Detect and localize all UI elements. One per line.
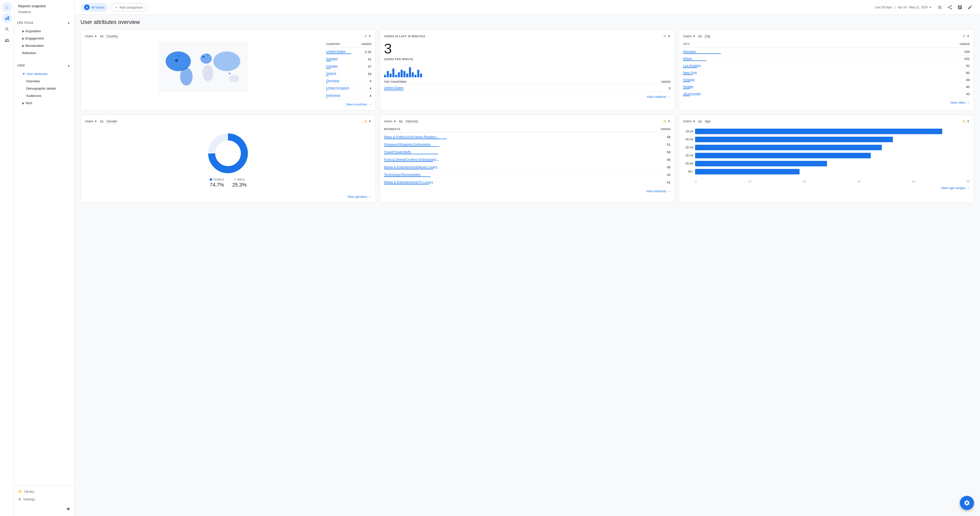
all-users-button[interactable]: A All Users — [81, 3, 108, 11]
view-interests-link[interactable]: View interests → — [384, 189, 671, 193]
age-users-dropdown[interactable]: ▼ — [693, 120, 695, 123]
world-map-svg — [85, 41, 322, 92]
city-card-dropdown[interactable]: ▼ — [967, 35, 970, 38]
list-item: Shoppers/Shopping Enthusiasts 51 — [384, 141, 671, 148]
user-attributes-caret: ▼ — [22, 72, 25, 76]
view-cities-link[interactable]: View cities → — [683, 101, 970, 105]
analytics-icon-btn[interactable] — [2, 13, 12, 23]
sidebar-item-overview[interactable]: Overview — [14, 78, 74, 85]
city-check-icon: ✓ — [963, 34, 966, 38]
sidebar-collapse-btn[interactable]: ◀ — [14, 503, 74, 514]
view-genders-link[interactable]: View genders → — [85, 195, 371, 199]
tech-chevron: ▶ — [22, 102, 24, 105]
interests-users-dropdown[interactable]: ▼ — [394, 120, 396, 123]
interests-card: Users ▼ by Interests ⚠ ▼ INTERESTS USERS — [380, 115, 675, 203]
sidebar-item-tech[interactable]: ▶ Tech — [14, 99, 74, 107]
table-row: Jacksonville 43 — [683, 91, 970, 98]
sidebar-item-monetization[interactable]: ▶ Monetization — [14, 42, 74, 49]
sidebar-item-retention[interactable]: Retention — [14, 49, 74, 57]
interests-table-header: INTERESTS USERS — [384, 127, 671, 132]
city-bar — [683, 75, 693, 75]
realtime-count: 3 — [384, 41, 671, 56]
sidebar-item-engagement[interactable]: ▶ Engagement — [14, 35, 74, 42]
interests-card-controls: ⚠ ▼ — [663, 119, 670, 124]
collapse-icon[interactable]: ◀ — [65, 505, 70, 512]
country-card-dropdown[interactable]: ▼ — [368, 35, 371, 38]
sidebar-item-acquisition[interactable]: ▶ Acquisition — [14, 27, 74, 35]
library-icon: 📁 — [18, 490, 22, 493]
interests-bar — [384, 146, 439, 147]
city-users-dropdown[interactable]: ▼ — [693, 35, 695, 38]
lifecycle-header[interactable]: Life cycle ▲ — [14, 19, 74, 26]
table-row: Orlando 46 — [683, 76, 970, 84]
settings-fab[interactable] — [960, 496, 974, 510]
male-legend: MALE 25.3% — [232, 178, 247, 188]
home-icon-btn[interactable]: ⌂ — [2, 2, 12, 12]
realtime-link[interactable]: Realtime — [14, 9, 74, 17]
add-comparison-button[interactable]: ＋ Add comparison — [111, 3, 147, 11]
realtime-card: USERS IN LAST 30 MINUTES ✓ ▼ 3 USERS PER… — [380, 29, 675, 110]
view-age-ranges-link[interactable]: View age ranges → — [683, 186, 970, 190]
city-bar — [683, 61, 706, 61]
share-icon-btn[interactable] — [946, 3, 954, 11]
compare-icon-btn[interactable] — [936, 3, 944, 11]
city-bar — [683, 89, 690, 89]
age-bar — [695, 169, 799, 174]
view-countries-link[interactable]: View countries → — [85, 102, 371, 106]
list-item: Media & Entertainment/TV Lovers 41 — [384, 179, 671, 186]
reports-snapshot-link[interactable]: Reports snapshot — [14, 2, 74, 9]
svg-rect-1 — [6, 17, 7, 20]
country-bar — [326, 83, 327, 83]
users-dropdown-icon[interactable]: ▼ — [94, 35, 97, 38]
realtime-bar — [387, 71, 389, 77]
donut-chart — [205, 131, 251, 176]
country-bar — [326, 68, 331, 69]
gender-users-dropdown[interactable]: ▼ — [94, 120, 97, 123]
realtime-card-dropdown[interactable]: ▼ — [667, 35, 670, 38]
view-realtime-link[interactable]: View realtime → — [384, 95, 671, 99]
sidebar-item-audiences[interactable]: Audiences — [14, 92, 74, 99]
list-item: 55-64 — [683, 161, 970, 166]
gender-card-title: Users ▼ by Gender — [85, 119, 117, 123]
table-row: Los Angeles 91 — [683, 62, 970, 70]
interests-arrow-icon: → — [667, 189, 670, 193]
male-percentage: 25.3% — [232, 182, 247, 188]
realtime-us-bar — [384, 90, 404, 90]
age-card-dropdown[interactable]: ▼ — [967, 119, 970, 123]
realtime-bar — [403, 71, 406, 77]
svg-point-9 — [229, 75, 239, 82]
search-icon-btn[interactable] — [2, 24, 12, 34]
sidebar-item-user-attributes[interactable]: ▼ User attributes — [14, 70, 74, 78]
city-card-header: Users ▼ by City ✓ ▼ — [683, 34, 970, 38]
audience-icon-btn[interactable] — [2, 35, 12, 45]
realtime-bar — [401, 70, 402, 77]
user-section: User ▲ ▼ User attributes Overview Demogr… — [14, 60, 74, 110]
female-dot — [210, 178, 212, 181]
list-item: Travel/Travel Buffs 50 — [384, 148, 671, 156]
city-card-title: Users ▼ by City — [683, 34, 710, 38]
sidebar-library-link[interactable]: 📁 Library — [14, 487, 74, 495]
age-bar — [695, 129, 942, 134]
realtime-bar — [412, 72, 414, 77]
realtime-bar — [392, 68, 395, 77]
realtime-bar — [417, 70, 419, 77]
settings-icon: ⚙ — [18, 497, 21, 501]
page-title: User attributes overview — [81, 19, 974, 25]
edit-icon-btn[interactable] — [966, 3, 974, 11]
svg-rect-2 — [8, 16, 9, 20]
city-bar — [683, 53, 721, 54]
sidebar-item-demographic-details[interactable]: Demographic details — [14, 85, 74, 92]
country-card-title: Users ▼ by Country — [85, 34, 118, 38]
insights-icon-btn[interactable] — [956, 3, 964, 11]
age-arrow-icon: → — [966, 186, 970, 190]
gender-card-dropdown[interactable]: ▼ — [368, 119, 371, 123]
gender-card: Users ▼ by Gender ⚠ ▼ — [81, 115, 376, 203]
sidebar-settings-link[interactable]: ⚙ Settings — [14, 495, 74, 503]
realtime-per-minute-label: USERS PER MINUTE — [384, 57, 671, 61]
age-bar — [695, 145, 882, 150]
interests-bar — [384, 169, 433, 169]
interests-card-dropdown[interactable]: ▼ — [667, 119, 670, 123]
user-header[interactable]: User ▲ — [14, 62, 74, 69]
date-range-selector[interactable]: Last 28 days | Apr 24 - May 21, 2024 ▼ — [875, 6, 932, 9]
all-users-avatar: A — [84, 5, 90, 10]
